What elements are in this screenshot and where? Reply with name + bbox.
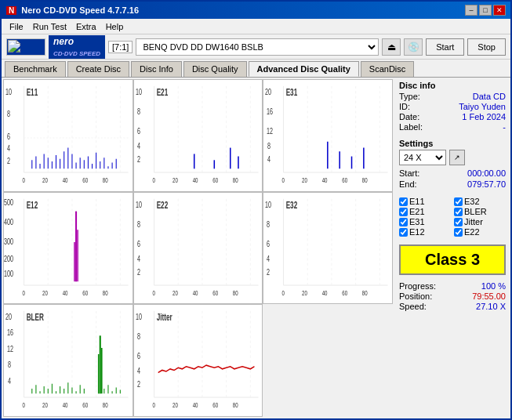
svg-text:10: 10	[136, 87, 142, 96]
menu-help[interactable]: Help	[101, 21, 129, 32]
svg-text:40: 40	[192, 288, 198, 297]
svg-text:10: 10	[265, 200, 271, 209]
svg-text:10: 10	[136, 200, 142, 209]
chart-e12: 500 400 300 200 100 0 20 40 60 80 E12	[3, 192, 133, 305]
svg-text:60: 60	[212, 176, 218, 184]
svg-rect-106	[134, 193, 263, 304]
cb-e21-label: E21	[409, 207, 425, 216]
class-badge: Class 3	[399, 244, 506, 275]
cb-e32[interactable]	[454, 197, 463, 206]
menu-run-test[interactable]: Run Test	[28, 21, 71, 32]
logo-text: neroCD·DVD SPEED	[49, 35, 105, 59]
progress-val: 100 %	[481, 281, 506, 291]
disc-icon[interactable]: 💿	[404, 38, 423, 56]
cb-e11[interactable]	[399, 197, 408, 206]
tab-disc-info[interactable]: Disc Info	[131, 61, 182, 77]
svg-rect-41	[134, 80, 263, 191]
drive-select[interactable]: BENQ DVD DD DW1640 BSLB	[136, 38, 379, 56]
svg-text:8: 8	[137, 332, 140, 342]
cb-e12[interactable]	[399, 228, 408, 237]
menu-extra[interactable]: Extra	[71, 21, 101, 32]
id-val: Taiyo Yuden	[459, 102, 506, 111]
svg-text:40: 40	[192, 401, 198, 410]
svg-text:40: 40	[322, 288, 328, 297]
svg-text:8: 8	[137, 107, 140, 117]
start-label: Start:	[399, 168, 419, 178]
minimize-button[interactable]: –	[465, 5, 478, 16]
cb-jitter[interactable]	[454, 218, 463, 226]
settings-title: Settings	[399, 139, 506, 148]
svg-text:E31: E31	[286, 87, 298, 98]
svg-text:6: 6	[137, 239, 140, 248]
stop-button[interactable]: Stop	[467, 38, 506, 56]
maximize-button[interactable]: □	[479, 5, 492, 16]
svg-text:12: 12	[7, 345, 13, 354]
cb-e31-label: E31	[409, 217, 425, 226]
title-bar: N Nero CD-DVD Speed 4.7.7.16 – □ ✕	[2, 2, 510, 19]
svg-text:4: 4	[267, 254, 270, 263]
cb-e21[interactable]	[399, 208, 408, 216]
tab-disc-quality[interactable]: Disc Quality	[183, 61, 247, 77]
svg-text:8: 8	[137, 219, 140, 229]
svg-text:4: 4	[137, 142, 140, 151]
tab-advanced-disc-quality[interactable]: Advanced Disc Quality	[249, 61, 359, 77]
menu-bar: File Run Test Extra Help	[2, 19, 510, 34]
svg-rect-0	[4, 80, 133, 191]
start-val: 000:00.00	[467, 168, 506, 178]
svg-text:0: 0	[152, 176, 155, 184]
svg-text:20: 20	[172, 176, 178, 184]
eject-icon[interactable]: ⏏	[382, 38, 401, 56]
svg-text:40: 40	[63, 401, 68, 410]
svg-text:60: 60	[212, 288, 218, 297]
svg-text:20: 20	[42, 401, 48, 410]
cb-jitter-label: Jitter	[464, 217, 483, 226]
cb-bler[interactable]	[454, 208, 463, 216]
cb-e31[interactable]	[399, 218, 408, 226]
cb-e22[interactable]	[454, 228, 463, 237]
menu-file[interactable]: File	[5, 21, 28, 32]
chart-e21: 10 8 6 4 2 0 20 40 60 80 E21	[133, 79, 263, 192]
svg-text:80: 80	[362, 288, 368, 297]
label-val: -	[503, 122, 506, 132]
export-button[interactable]: ↗	[449, 150, 465, 165]
svg-text:4: 4	[137, 254, 140, 263]
date-label: Date:	[399, 112, 419, 121]
svg-text:0: 0	[23, 401, 26, 410]
svg-text:500: 500	[4, 197, 13, 207]
start-button[interactable]: Start	[426, 38, 464, 56]
svg-text:E11: E11	[27, 87, 38, 98]
svg-rect-183	[134, 305, 263, 416]
svg-text:16: 16	[267, 107, 273, 117]
svg-text:16: 16	[7, 328, 13, 338]
chart-e32: 10 8 6 4 2 0 20 40 60 80 E32	[263, 192, 393, 305]
cb-e22-label: E22	[464, 227, 480, 237]
drive-label: [7:1]	[108, 41, 133, 53]
chart-empty	[263, 304, 393, 417]
cb-e11-label: E11	[409, 197, 425, 206]
chart-bler: 20 16 12 8 4 0 20 40 60 80 BLER	[3, 304, 133, 417]
tab-scan-disc[interactable]: ScanDisc	[361, 61, 414, 77]
tab-benchmark[interactable]: Benchmark	[5, 61, 66, 77]
svg-text:20: 20	[5, 313, 12, 322]
svg-text:60: 60	[82, 288, 88, 297]
close-button[interactable]: ✕	[493, 5, 506, 16]
svg-text:80: 80	[103, 401, 108, 410]
svg-text:60: 60	[82, 176, 88, 184]
svg-text:4: 4	[267, 155, 271, 165]
settings-section: Settings 24 X ↗ Start: 000:00.00 End: 07…	[399, 139, 506, 190]
svg-text:300: 300	[4, 237, 13, 246]
svg-text:0: 0	[23, 176, 26, 184]
svg-text:20: 20	[302, 176, 307, 184]
tab-create-disc[interactable]: Create Disc	[67, 61, 129, 77]
svg-rect-85	[4, 193, 133, 304]
svg-rect-142	[4, 305, 133, 416]
svg-text:80: 80	[362, 176, 368, 184]
nero-logo	[6, 38, 45, 56]
charts-area: 10 8 6 4 2 0 20 40 60 80	[2, 78, 394, 418]
svg-text:0: 0	[23, 288, 26, 297]
chart-e31: 20 16 12 8 4 0 20 40 60 80 E31	[263, 79, 393, 192]
window-title: Nero CD-DVD Speed 4.7.7.16	[21, 5, 139, 15]
toolbar: neroCD·DVD SPEED [7:1] BENQ DVD DD DW164…	[2, 34, 510, 60]
svg-rect-63	[263, 80, 392, 191]
speed-select[interactable]: 24 X	[399, 150, 446, 165]
